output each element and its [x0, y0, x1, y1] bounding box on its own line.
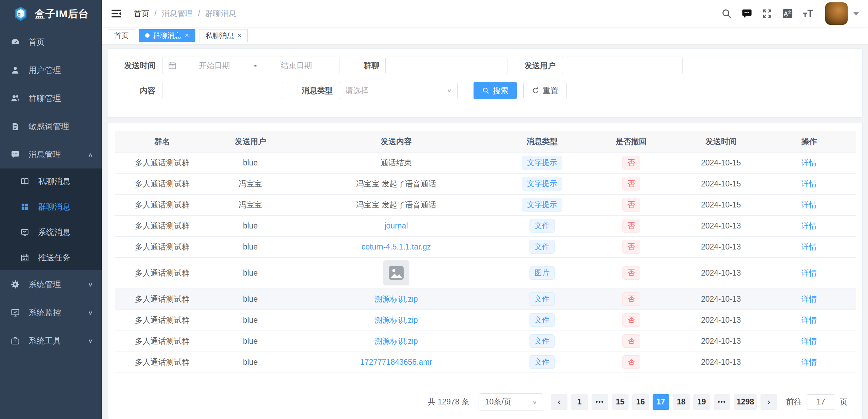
file-link[interactable]: 溯源标识.zip — [374, 337, 418, 345]
page-button-1298[interactable]: 1298 — [734, 394, 757, 410]
translate-icon[interactable]: A文 — [782, 8, 793, 19]
sidebar-item-home[interactable]: 首页 — [0, 28, 102, 56]
pagination: 共 12978 条 10条/页 ∨ ‹ 1 ••• 15 16 17 18 19… — [115, 393, 855, 411]
sidebar-item-label: 推送任务 — [38, 252, 93, 263]
sidebar-item-system-messages[interactable]: 系统消息 — [0, 219, 102, 245]
sidebar-item-group-messages[interactable]: 群聊消息 — [0, 194, 102, 219]
font-size-icon[interactable] — [802, 8, 814, 19]
file-link[interactable]: 溯源标识.zip — [374, 316, 418, 324]
sidebar-item-system-tools[interactable]: 系统工具 ∨ — [0, 326, 102, 355]
table-row: 多人通话测试群 blue 溯源标识.zip 文件 否 2024-10-13 详情 — [115, 331, 856, 352]
detail-link[interactable]: 详情 — [802, 221, 817, 230]
detail-link[interactable]: 详情 — [802, 295, 817, 303]
user-avatar[interactable] — [825, 2, 848, 25]
start-date-placeholder[interactable]: 开始日期 — [177, 60, 252, 71]
sidebar-item-sensitive-words[interactable]: 敏感词管理 — [0, 112, 102, 140]
tab-private-messages[interactable]: 私聊消息 × — [199, 29, 248, 42]
image-thumbnail[interactable] — [383, 260, 409, 285]
chevron-down-icon: ∨ — [88, 309, 93, 316]
file-link[interactable]: journal — [384, 221, 408, 230]
page-button-18[interactable]: 18 — [673, 394, 690, 410]
table-row: 多人通话测试群 blue journal 文件 否 2024-10-13 详情 — [115, 215, 856, 236]
tab-home[interactable]: 首页 — [108, 29, 135, 42]
sidebar-item-group-management[interactable]: 群聊管理 — [0, 84, 102, 112]
cell-group: 多人通话测试群 — [115, 310, 210, 331]
sidebar-item-label: 系统监控 — [28, 307, 88, 318]
page-button-15[interactable]: 15 — [612, 394, 629, 410]
search-form-row-1: 发送时间 开始日期 - 结束日期 群聊 发送用户 — [108, 57, 862, 74]
sidebar-item-message-management[interactable]: 消息管理 ∧ — [0, 140, 102, 168]
table-row: 多人通话测试群 blue 图片 否 2024-10-13 详情 — [115, 257, 856, 288]
content-input[interactable] — [162, 82, 283, 99]
cell-date: 2024-10-13 — [679, 288, 763, 310]
cell-date: 2024-10-13 — [679, 257, 763, 288]
file-link[interactable]: coturn-4.5.1.1.tar.gz — [362, 242, 431, 251]
sidebar-item-private-messages[interactable]: 私聊消息 — [0, 168, 102, 194]
table-row: 多人通话测试群 blue 通话结束 文字提示 否 2024-10-15 详情 — [115, 152, 856, 173]
end-date-placeholder[interactable]: 结束日期 — [259, 60, 334, 71]
detail-link[interactable]: 详情 — [802, 242, 817, 251]
detail-link[interactable]: 详情 — [802, 158, 817, 167]
detail-link[interactable]: 详情 — [802, 179, 817, 188]
sidebar-item-push-tasks[interactable]: 推送任务 — [0, 245, 102, 270]
sidebar-item-user-management[interactable]: 用户管理 — [0, 56, 102, 84]
user-icon — [10, 65, 20, 75]
tags-view: 首页 群聊消息 × 私聊消息 × — [102, 27, 868, 44]
page-unit-label: 页 — [840, 397, 848, 407]
cell-date: 2024-10-15 — [679, 152, 763, 173]
caret-down-icon — [853, 12, 859, 16]
page-size-select[interactable]: 10条/页 ∨ — [479, 393, 543, 411]
page-button-16[interactable]: 16 — [632, 394, 649, 410]
search-form-row-2: 内容 消息类型 请选择 ∨ 搜索 重置 — [108, 82, 862, 99]
cell-sender: blue — [210, 236, 291, 257]
message-type-badge: 文字提示 — [522, 198, 562, 212]
search-button[interactable]: 搜索 — [474, 82, 517, 99]
goto-label: 前往 — [786, 397, 802, 407]
file-link[interactable]: 1727771843656.amr — [360, 358, 432, 366]
goto-page-input[interactable] — [807, 394, 835, 410]
prev-page-button[interactable]: ‹ — [551, 394, 567, 410]
sidebar-item-system-management[interactable]: 系统管理 ∨ — [0, 270, 102, 298]
close-icon[interactable]: × — [237, 32, 242, 39]
detail-link[interactable]: 详情 — [802, 268, 817, 277]
page-button-1[interactable]: 1 — [571, 394, 588, 410]
page-button-19[interactable]: 19 — [693, 394, 710, 410]
collapse-sidebar-icon[interactable] — [111, 8, 122, 19]
group-input[interactable] — [385, 57, 507, 74]
recalled-badge: 否 — [622, 292, 640, 306]
close-icon[interactable]: × — [185, 32, 189, 39]
sidebar-item-system-monitoring[interactable]: 系统监控 ∨ — [0, 298, 102, 326]
detail-link[interactable]: 详情 — [802, 200, 817, 209]
cell-content-text: 通话结束 — [381, 158, 412, 167]
detail-link[interactable]: 详情 — [802, 316, 817, 324]
page-button-17-active[interactable]: 17 — [653, 394, 669, 410]
breadcrumb-home[interactable]: 首页 — [134, 8, 149, 19]
cell-group: 多人通话测试群 — [115, 194, 210, 215]
recalled-badge: 否 — [622, 156, 640, 169]
tab-group-messages[interactable]: 群聊消息 × — [139, 29, 195, 42]
message-type-badge: 文件 — [529, 292, 555, 306]
message-type-select[interactable]: 请选择 ∨ — [339, 82, 458, 99]
detail-link[interactable]: 详情 — [802, 337, 817, 345]
fullscreen-icon[interactable] — [761, 8, 773, 19]
next-page-button[interactable]: › — [760, 394, 777, 410]
navbar-actions: A文 — [721, 2, 859, 25]
user-menu[interactable] — [825, 2, 859, 25]
reset-button[interactable]: 重置 — [523, 82, 567, 99]
message-bubble-icon[interactable] — [741, 8, 753, 19]
sidebar-item-label: 群聊消息 — [38, 201, 93, 212]
sender-input[interactable] — [562, 57, 683, 74]
search-icon[interactable] — [721, 8, 732, 19]
file-link[interactable]: 溯源标识.zip — [374, 295, 418, 303]
ellipsis-next-button[interactable]: ••• — [714, 394, 730, 410]
recalled-badge: 否 — [622, 219, 640, 233]
breadcrumb-separator: / — [154, 9, 156, 18]
date-range-picker[interactable]: 开始日期 - 结束日期 — [162, 57, 340, 74]
cell-group: 多人通话测试群 — [115, 352, 210, 373]
monitor-chart-icon — [20, 227, 30, 237]
detail-link[interactable]: 详情 — [802, 358, 817, 366]
sidebar-item-label: 敏感词管理 — [28, 121, 93, 132]
cell-group: 多人通话测试群 — [115, 331, 210, 352]
page-size-value: 10条/页 — [485, 397, 512, 407]
ellipsis-prev-button[interactable]: ••• — [592, 394, 608, 410]
